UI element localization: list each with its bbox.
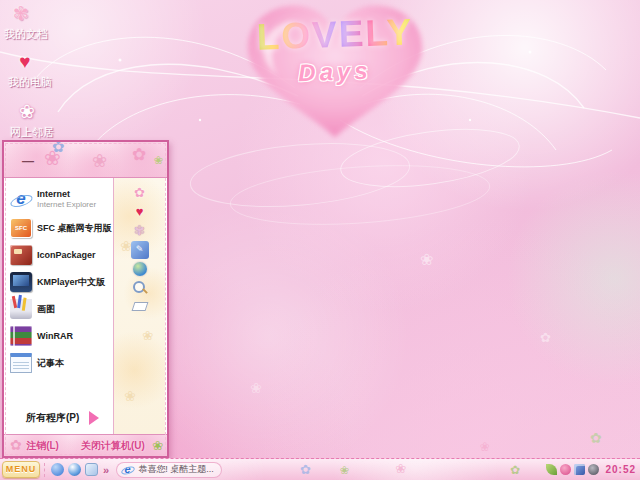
quicklaunch-chevron-icon[interactable]: »	[103, 464, 109, 476]
log-off-button[interactable]: 注销(L)	[26, 439, 59, 453]
quicklaunch-media-player-icon[interactable]	[68, 463, 81, 476]
start-menu-body: Internet Internet Explorer SFC 桌酷网专用版 Ic…	[4, 178, 167, 434]
menu-item-kmplayer[interactable]: KMPlayer中文版	[8, 268, 113, 295]
favorites-heart-icon[interactable]	[131, 203, 149, 221]
search-icon[interactable]	[131, 279, 149, 297]
flower-decoration	[154, 154, 163, 167]
network-globe-icon[interactable]	[133, 262, 147, 276]
menu-item-sfc[interactable]: SFC 桌酷网专用版	[8, 214, 113, 241]
flower-decoration	[590, 430, 602, 446]
leaf-decoration	[152, 438, 163, 453]
desktop-icon-my-documents[interactable]: ✾ 我的文档	[4, 4, 68, 42]
sfc-icon	[10, 218, 32, 238]
winrar-icon	[10, 326, 32, 346]
menu-item-winrar[interactable]: WinRAR	[8, 322, 113, 349]
network-places-icon: ❀	[10, 102, 44, 122]
taskbar-window-label: 恭喜您! 桌酷主题...	[138, 463, 214, 476]
taskbar-separator	[44, 463, 45, 477]
flower-decoration	[10, 437, 22, 453]
paint-icon	[10, 299, 32, 319]
flower-decoration	[124, 388, 136, 404]
internet-explorer-icon	[10, 189, 32, 209]
flower-decoration	[250, 380, 262, 396]
desktop: { "wallpaper": { "title": "LOVELY", "sub…	[0, 0, 640, 480]
start-menu-header: —	[4, 142, 167, 178]
menu-item-notepad[interactable]: 记事本	[8, 349, 113, 376]
all-programs-label: 所有程序(P)	[26, 413, 79, 423]
shut-down-button[interactable]: 关闭计算机(U)	[81, 439, 145, 453]
wallpaper-text: LOVELY Days	[238, 14, 432, 86]
flower-decoration	[142, 328, 153, 343]
flower-decoration	[340, 464, 349, 477]
all-programs-button[interactable]: 所有程序(P)	[8, 406, 113, 430]
desktop-icon-network-places[interactable]: ❀ 网上邻居	[10, 102, 74, 140]
system-tray: 20:52	[546, 464, 640, 475]
flower-decoration	[52, 142, 65, 156]
menu-item-iconpackager[interactable]: IconPackager	[8, 241, 113, 268]
heart-logo	[238, 0, 432, 142]
start-menu-footer: 注销(L) 关闭计算机(U)	[4, 434, 167, 456]
menu-item-label: IconPackager	[37, 250, 96, 260]
my-documents-icon: ✾	[4, 4, 38, 24]
my-computer-icon: ♥	[8, 52, 42, 72]
run-icon[interactable]	[131, 302, 148, 311]
flower-decoration	[395, 461, 406, 476]
flower-decoration	[540, 330, 551, 345]
start-menu: — Internet Internet Explorer SFC 桌酷网专用版 …	[2, 140, 169, 458]
menu-item-label: KMPlayer中文版	[37, 277, 105, 287]
menu-item-label: WinRAR	[37, 331, 73, 341]
tray-network-icon[interactable]	[574, 464, 585, 475]
tray-leaf-icon[interactable]	[546, 464, 557, 475]
flower-decoration	[44, 146, 61, 170]
flower-decoration	[120, 238, 132, 254]
menu-item-label: Internet Internet Explorer	[37, 189, 96, 210]
start-menu-places-column	[113, 178, 165, 434]
desktop-icon-label: 网上邻居	[10, 125, 54, 140]
menu-item-sublabel: Internet Explorer	[37, 200, 96, 209]
desktop-icon-label: 我的电脑	[8, 75, 52, 90]
taskbar: MENU » 恭喜您! 桌酷主题... 20:52	[0, 458, 640, 480]
kmplayer-icon	[10, 272, 32, 292]
all-programs-arrow-icon	[89, 411, 99, 425]
iconpackager-icon	[10, 245, 32, 265]
quicklaunch-show-desktop-icon[interactable]	[85, 463, 98, 476]
flower-decoration	[132, 144, 146, 165]
taskbar-window-button[interactable]: 恭喜您! 桌酷主题...	[116, 462, 222, 478]
recent-documents-icon[interactable]	[131, 222, 149, 240]
flower-decoration	[510, 463, 520, 477]
documents-icon[interactable]	[131, 184, 149, 202]
menu-item-label: SFC 桌酷网专用版	[37, 223, 112, 233]
flower-decoration	[480, 440, 490, 454]
menu-item-label: 记事本	[37, 358, 64, 368]
start-menu-program-list: Internet Internet Explorer SFC 桌酷网专用版 Ic…	[4, 178, 113, 434]
menu-item-internet[interactable]: Internet Internet Explorer	[8, 184, 113, 214]
internet-explorer-icon	[121, 463, 134, 476]
flower-decoration	[92, 150, 107, 172]
flower-decoration	[420, 250, 433, 269]
menu-item-label: 画图	[37, 304, 55, 314]
wallpaper-subtitle: Days	[238, 55, 433, 90]
control-panel-icon[interactable]	[131, 241, 149, 259]
flower-decoration	[300, 462, 311, 477]
menu-item-paint[interactable]: 画图	[8, 295, 113, 322]
tray-volume-icon[interactable]	[588, 464, 599, 475]
start-button[interactable]: MENU	[2, 461, 40, 478]
taskbar-clock[interactable]: 20:52	[605, 464, 636, 475]
desktop-icon-label: 我的文档	[4, 27, 48, 42]
start-menu-username: —	[22, 154, 34, 168]
desktop-icon-my-computer[interactable]: ♥ 我的电脑	[8, 52, 72, 90]
notepad-icon	[10, 353, 32, 373]
quicklaunch-internet-explorer-icon[interactable]	[51, 463, 64, 476]
tray-theme-icon[interactable]	[560, 464, 571, 475]
wallpaper-title: LOVELY	[237, 11, 432, 60]
